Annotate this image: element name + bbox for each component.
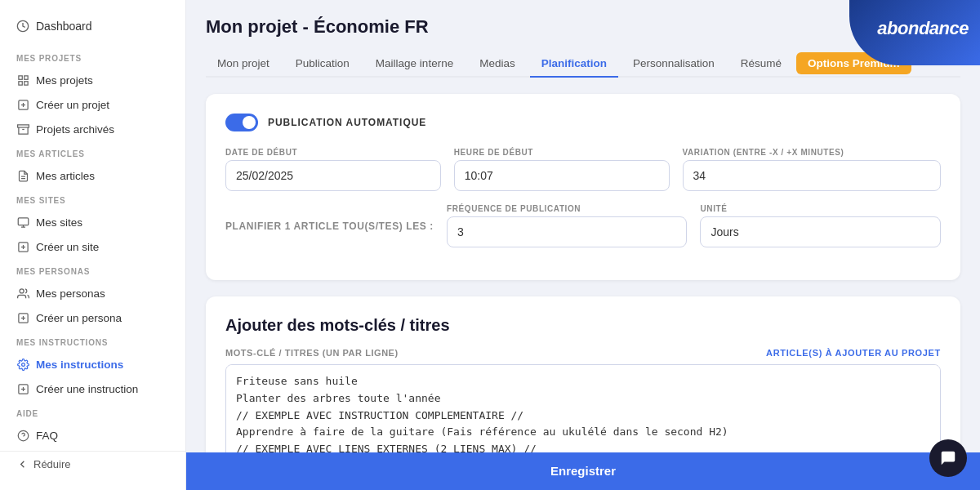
users-icon bbox=[16, 287, 29, 300]
publication-automatique-row: PUBLICATION AUTOMATIQUE bbox=[225, 114, 941, 131]
reduce-label: Réduire bbox=[33, 458, 71, 470]
settings-icon bbox=[16, 358, 29, 371]
frequence-label: FRÉQUENCE DE PUBLICATION bbox=[447, 204, 688, 213]
sidebar-item-mes-personas[interactable]: Mes personas bbox=[0, 281, 185, 305]
sidebar-item-mes-articles[interactable]: Mes articles bbox=[0, 163, 185, 188]
svg-rect-2 bbox=[24, 75, 27, 78]
dashboard-label: Dashboard bbox=[36, 20, 92, 33]
sidebar-label-mes-personas: Mes personas bbox=[36, 287, 105, 300]
help-circle-icon bbox=[16, 429, 29, 442]
svg-rect-12 bbox=[18, 217, 29, 225]
unite-label: UNITÉ bbox=[700, 204, 941, 213]
variation-label: VARIATION (ENTRE -X / +X MINUTES) bbox=[683, 148, 942, 157]
plus-square-icon-2 bbox=[16, 240, 29, 253]
date-debut-label: DATE DE DÉBUT bbox=[225, 148, 441, 157]
archive-icon bbox=[16, 122, 29, 136]
heure-debut-label: HEURE DE DÉBUT bbox=[454, 148, 670, 157]
project-title: Mon projet - Économie FR bbox=[206, 16, 960, 38]
sidebar-item-creer-projet[interactable]: Créer un projet bbox=[0, 92, 185, 117]
plus-square-icon-3 bbox=[16, 311, 29, 324]
keywords-action-link[interactable]: ARTICLE(S) À AJOUTER AU PROJET bbox=[766, 348, 941, 358]
unite-group: UNITÉ bbox=[700, 204, 941, 247]
tab-medias[interactable]: Medias bbox=[468, 51, 527, 78]
frequence-input[interactable] bbox=[447, 216, 688, 247]
fields-row-1: DATE DE DÉBUT HEURE DE DÉBUT VARIATION (… bbox=[225, 148, 941, 191]
section-mes-personas: MES PERSONAS bbox=[0, 259, 185, 281]
tab-bar: Mon projet Publication Maillage interne … bbox=[206, 51, 960, 78]
chat-button[interactable] bbox=[929, 439, 967, 477]
planifier-text: PLANIFIER 1 ARTICLE TOU(S/TES) LES : bbox=[225, 212, 434, 240]
date-debut-group: DATE DE DÉBUT bbox=[225, 148, 441, 191]
section-mes-articles: MES ARTICLES bbox=[0, 141, 185, 163]
reduce-button[interactable]: Réduire bbox=[16, 458, 169, 470]
sidebar-label-mes-sites: Mes sites bbox=[36, 216, 82, 229]
tab-personnalisation[interactable]: Personnalisation bbox=[621, 51, 726, 78]
svg-rect-3 bbox=[18, 81, 21, 84]
sidebar-item-creer-site[interactable]: Créer un site bbox=[0, 234, 185, 259]
section-aide: AIDE bbox=[0, 401, 185, 423]
logo-text: abondance bbox=[877, 18, 969, 39]
tab-publication[interactable]: Publication bbox=[284, 51, 361, 78]
tab-mon-projet[interactable]: Mon projet bbox=[206, 51, 281, 78]
section-mes-instructions: MES INSTRUCTIONS bbox=[0, 330, 185, 352]
sidebar-label-mes-instructions: Mes instructions bbox=[36, 359, 123, 371]
sidebar-item-dashboard[interactable]: Dashboard bbox=[0, 13, 185, 46]
keywords-header: MOTS-CLÉ / TITRES (UN PAR LIGNE) ARTICLE… bbox=[225, 348, 941, 358]
sidebar-label-mes-articles: Mes articles bbox=[36, 170, 95, 182]
svg-point-18 bbox=[20, 288, 24, 292]
svg-rect-8 bbox=[17, 124, 29, 127]
logo-corner: abondance bbox=[849, 0, 980, 65]
sidebar-label-creer-instruction: Créer une instruction bbox=[36, 383, 138, 395]
plus-square-icon-4 bbox=[16, 382, 29, 395]
publication-automatique-label: PUBLICATION AUTOMATIQUE bbox=[268, 117, 426, 128]
sidebar-label-projets-archives: Projets archivés bbox=[36, 123, 114, 136]
keywords-section-title: Ajouter des mots-clés / titres bbox=[225, 316, 941, 335]
grid-icon bbox=[16, 74, 29, 87]
sidebar-item-mes-instructions[interactable]: Mes instructions bbox=[0, 352, 185, 376]
save-button[interactable]: Enregistrer bbox=[206, 464, 960, 478]
sidebar-label-creer-site: Créer un site bbox=[36, 241, 99, 253]
plus-square-icon-1 bbox=[16, 98, 29, 111]
section-mes-sites: MES SITES bbox=[0, 188, 185, 210]
save-bar: Enregistrer bbox=[186, 452, 980, 490]
sidebar-item-creer-instruction[interactable]: Créer une instruction bbox=[0, 376, 185, 401]
chevron-left-icon bbox=[16, 458, 29, 470]
sidebar-label-creer-persona: Créer un persona bbox=[36, 312, 122, 324]
variation-group: VARIATION (ENTRE -X / +X MINUTES) bbox=[683, 148, 942, 191]
sidebar: Dashboard MES PROJETS Mes projets Créer … bbox=[0, 0, 186, 490]
sidebar-footer: Réduire bbox=[0, 451, 185, 477]
sidebar-label-mes-projets: Mes projets bbox=[36, 74, 93, 87]
unite-input[interactable] bbox=[700, 216, 941, 247]
main-content: Mon projet - Économie FR Mon projet Publ… bbox=[186, 0, 980, 490]
sidebar-label-faq: FAQ bbox=[36, 430, 58, 442]
tab-resume[interactable]: Résumé bbox=[729, 51, 793, 78]
dashboard-icon bbox=[16, 20, 29, 33]
tab-maillage-interne[interactable]: Maillage interne bbox=[364, 51, 465, 78]
sidebar-item-faq[interactable]: FAQ bbox=[0, 423, 185, 448]
svg-point-22 bbox=[21, 363, 24, 366]
file-text-icon bbox=[16, 169, 29, 182]
planification-card: PUBLICATION AUTOMATIQUE DATE DE DÉBUT HE… bbox=[206, 94, 960, 280]
sidebar-item-mes-projets[interactable]: Mes projets bbox=[0, 68, 185, 92]
fields-row-2: PLANIFIER 1 ARTICLE TOU(S/TES) LES : FRÉ… bbox=[225, 204, 941, 247]
date-debut-input[interactable] bbox=[225, 160, 441, 191]
frequence-group: FRÉQUENCE DE PUBLICATION bbox=[447, 204, 688, 247]
monitor-icon bbox=[16, 216, 29, 229]
keywords-field-label: MOTS-CLÉ / TITRES (UN PAR LIGNE) bbox=[225, 348, 399, 358]
sidebar-label-creer-projet: Créer un projet bbox=[36, 99, 109, 111]
svg-rect-1 bbox=[18, 75, 21, 78]
tab-planification[interactable]: Planification bbox=[530, 51, 618, 78]
chat-icon bbox=[939, 449, 957, 467]
publication-toggle[interactable] bbox=[225, 114, 258, 131]
svg-rect-4 bbox=[24, 81, 27, 84]
heure-debut-input[interactable] bbox=[454, 160, 670, 191]
variation-input[interactable] bbox=[683, 160, 942, 191]
heure-debut-group: HEURE DE DÉBUT bbox=[454, 148, 670, 191]
section-mes-projets: MES PROJETS bbox=[0, 46, 185, 68]
sidebar-item-creer-persona[interactable]: Créer un persona bbox=[0, 305, 185, 330]
sidebar-item-mes-sites[interactable]: Mes sites bbox=[0, 210, 185, 234]
sidebar-item-projets-archives[interactable]: Projets archivés bbox=[0, 117, 185, 141]
